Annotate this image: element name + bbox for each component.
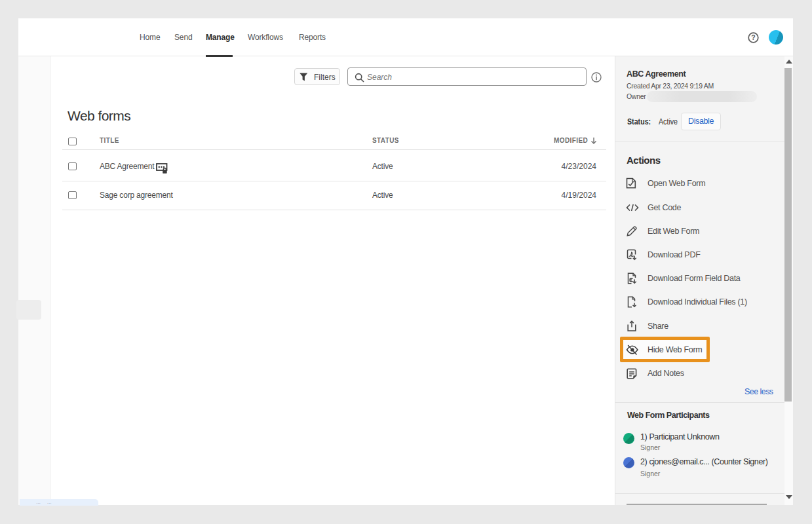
svg-text:?: ? <box>751 33 755 41</box>
